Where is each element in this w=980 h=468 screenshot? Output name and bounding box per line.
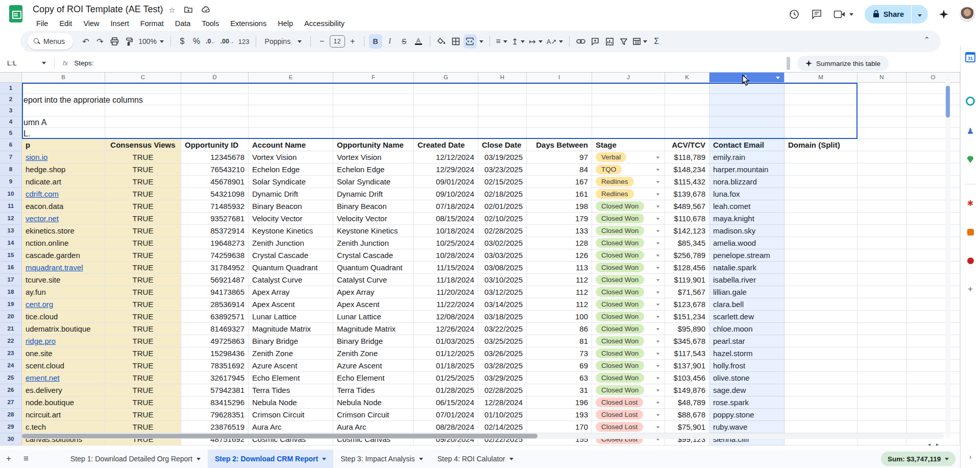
sheet-tab-menu-icon[interactable] [322, 458, 326, 460]
stage-dropdown-icon[interactable] [656, 205, 659, 207]
cell-H5[interactable] [478, 128, 527, 139]
cell-C16[interactable]: TRUE [105, 262, 181, 274]
cell-L22[interactable]: pearl.star [709, 335, 785, 347]
cell-D13[interactable]: 85372914 [181, 225, 249, 237]
share-button[interactable]: Share [865, 5, 928, 24]
cell-L23[interactable]: hazel.storm [709, 347, 785, 360]
cell-D19[interactable]: 28536914 [181, 298, 249, 311]
cell-H12[interactable]: 02/10/2025 [478, 213, 527, 225]
cell-N29[interactable] [857, 421, 906, 433]
cell-B8[interactable]: hedge.shop [22, 163, 105, 176]
cell-M3[interactable] [785, 105, 857, 116]
row-header-7[interactable]: 7 [0, 151, 22, 163]
cell-F9[interactable]: Solar Syndicate [333, 176, 414, 188]
cell-J29[interactable]: Closed Lost [592, 421, 665, 433]
menu-extensions[interactable]: Extensions [226, 18, 271, 29]
cell-L14[interactable]: amelia.wood [709, 237, 785, 249]
cell-G16[interactable]: 11/15/2024 [414, 262, 478, 274]
cell-K29[interactable]: $75,901 [665, 421, 709, 433]
table-header-O[interactable] [906, 139, 960, 151]
cell-F18[interactable]: Apex Array [333, 286, 414, 298]
cell-D3[interactable] [181, 105, 249, 116]
cell-O23[interactable] [906, 347, 960, 360]
cell-J13[interactable]: Closed Won [592, 225, 665, 237]
gemini-icon[interactable] [939, 10, 948, 19]
sheet-tab-menu-icon[interactable] [197, 458, 201, 460]
cell-F14[interactable]: Zenith Junction [333, 237, 414, 249]
cell-L28[interactable]: poppy.stone [709, 409, 785, 421]
cell-G29[interactable]: 08/28/2024 [414, 421, 478, 433]
cell-O24[interactable] [906, 360, 960, 372]
column-header-D[interactable]: D [181, 73, 249, 83]
menu-edit[interactable]: Edit [55, 18, 77, 29]
cell-M21[interactable] [785, 323, 857, 335]
cell-M25[interactable] [785, 372, 857, 384]
cell-G14[interactable]: 10/25/2024 [414, 237, 478, 249]
cell-N1[interactable] [857, 83, 906, 94]
cell-D21[interactable]: 81469327 [181, 323, 249, 335]
cell-B27[interactable]: node.boutique [22, 396, 105, 409]
sheet-tab-menu-icon[interactable] [419, 458, 423, 460]
cell-L10[interactable]: luna.fox [709, 188, 785, 200]
document-title[interactable]: Copy of ROI Template (AE Test) [33, 4, 163, 15]
cell-K21[interactable]: $95,890 [665, 323, 709, 335]
cell-M11[interactable] [785, 200, 857, 213]
cell-N14[interactable] [857, 237, 906, 249]
cell-O8[interactable] [906, 163, 960, 176]
cell-J27[interactable]: Closed Lost [592, 396, 665, 409]
sum-badge[interactable]: Sum: $3,747,119 [881, 452, 955, 466]
cell-B24[interactable]: scent.cloud [22, 360, 105, 372]
cell-F7[interactable]: Vortex Vision [333, 151, 414, 163]
cell-E23[interactable]: Zenith Zone [249, 347, 333, 360]
cell-C25[interactable]: TRUE [105, 372, 181, 384]
stage-dropdown-icon[interactable] [656, 389, 659, 391]
cell-I27[interactable]: 196 [527, 396, 592, 409]
cell-I12[interactable]: 179 [527, 213, 592, 225]
cell-I21[interactable]: 86 [527, 323, 592, 335]
cell-O28[interactable] [906, 409, 960, 421]
cell-I4[interactable] [527, 116, 592, 128]
text-rotate-button[interactable]: A↗ [545, 34, 565, 49]
stage-dropdown-icon[interactable] [656, 230, 659, 232]
cell-J18[interactable]: Closed Won [592, 286, 665, 298]
name-box[interactable]: L:L [0, 59, 51, 67]
cell-K25[interactable]: $103,456 [665, 372, 709, 384]
cell-H20[interactable]: 03/18/2025 [478, 311, 527, 323]
format-currency-button[interactable]: $ [176, 34, 189, 49]
cell-J3[interactable] [592, 105, 665, 116]
stage-chip[interactable]: Closed Won [596, 214, 644, 224]
vertical-align-button[interactable]: ↥ [510, 34, 526, 49]
cell-J10[interactable]: Redlines [592, 188, 665, 200]
cell-N21[interactable] [857, 323, 906, 335]
cell-C26[interactable]: TRUE [105, 384, 181, 396]
calendar-icon[interactable]: 31 [965, 52, 975, 62]
cell-D25[interactable]: 32617945 [181, 372, 249, 384]
cell-G23[interactable]: 01/12/2025 [414, 347, 478, 360]
row-header-17[interactable]: 17 [0, 274, 22, 286]
sheet-tab-2[interactable]: Step 2: Download CRM Report [208, 450, 333, 468]
cell-K3[interactable] [665, 105, 709, 116]
cell-E26[interactable]: Terra Tides [249, 384, 333, 396]
cell-I3[interactable] [527, 105, 592, 116]
cell-J25[interactable]: Closed Won [592, 372, 665, 384]
cell-M20[interactable] [785, 311, 857, 323]
cell-J2[interactable] [592, 94, 665, 105]
cell-F15[interactable]: Crystal Cascade [333, 249, 414, 262]
cell-N4[interactable] [857, 116, 906, 128]
stage-chip[interactable]: Closed Lost [596, 422, 643, 432]
cell-G22[interactable]: 01/03/2025 [414, 335, 478, 347]
cell-E21[interactable]: Magnitude Matrix [249, 323, 333, 335]
cell-C8[interactable]: TRUE [105, 163, 181, 176]
table-button[interactable] [631, 34, 649, 49]
stage-chip[interactable]: Closed Won [596, 336, 644, 346]
cell-M13[interactable] [785, 225, 857, 237]
cell-C4[interactable] [105, 116, 181, 128]
cell-F11[interactable]: Binary Beacon [333, 200, 414, 213]
cell-E22[interactable]: Binary Bridge [249, 335, 333, 347]
cell-O16[interactable] [906, 262, 960, 274]
cell-I29[interactable]: 170 [527, 421, 592, 433]
cell-F8[interactable]: Echelon Edge [333, 163, 414, 176]
sheet-tab-1[interactable]: Step 1: Download Detailed Org Report [63, 450, 208, 468]
cell-E20[interactable]: Lunar Lattice [249, 311, 333, 323]
stage-dropdown-icon[interactable] [656, 303, 659, 306]
